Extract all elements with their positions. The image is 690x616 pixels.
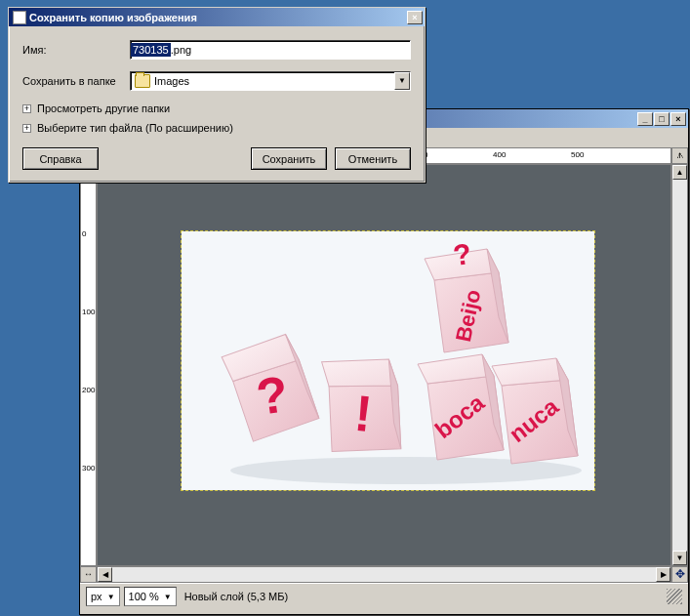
scroll-left-button[interactable]: ◀	[98, 567, 112, 582]
scrollbar-horizontal[interactable]: ◀ ▶	[97, 566, 671, 583]
filename-extension: .png	[171, 43, 191, 57]
qm-icon[interactable]: ⩚	[672, 148, 687, 163]
folder-label: Сохранить в папке	[22, 75, 130, 87]
canvas-image[interactable]: ? ! ? Beijo	[182, 231, 594, 490]
scroll-h-track[interactable]	[112, 567, 656, 582]
filename-selection: 730135	[131, 43, 171, 57]
help-button[interactable]: Справка	[22, 147, 99, 170]
folder-value: Images	[154, 75, 394, 87]
canvas-viewport[interactable]: ? ! ? Beijo	[97, 164, 671, 566]
filetype-expander[interactable]: + Выберите тип файла (По расширению)	[22, 122, 411, 134]
ruler-v-tick: 0	[82, 229, 86, 238]
dropdown-arrow-icon: ▼	[161, 593, 172, 601]
close-button[interactable]: ×	[670, 112, 686, 126]
scroll-v-track[interactable]	[672, 180, 687, 551]
expand-icon: +	[22, 104, 31, 113]
resize-grip[interactable]	[667, 589, 682, 604]
dialog-title: Сохранить копию изображения	[29, 12, 197, 23]
ruler-h-tick: 400	[493, 150, 506, 159]
ruler-v-tick: 100	[82, 308, 95, 316]
name-label: Имя:	[22, 44, 130, 56]
folder-combo[interactable]: Images ▼	[130, 71, 411, 91]
dropdown-arrow-icon[interactable]: ▼	[394, 72, 410, 90]
dropdown-arrow-icon: ▼	[104, 593, 115, 601]
dialog-titlebar[interactable]: Сохранить копию изображения ×	[9, 8, 425, 26]
browse-folders-label: Просмотреть другие папки	[37, 103, 170, 114]
dialog-close-button[interactable]: ×	[407, 11, 423, 24]
navigation-icon[interactable]: ✥	[671, 566, 688, 583]
image-editor-window: _ □ × Цвет Инструменты Фильтры Окна Спра…	[79, 108, 689, 615]
zoom-value: 100 %	[129, 591, 159, 602]
canvas-area: 0 100 200 300	[80, 164, 688, 566]
scrollbar-vertical[interactable]: ▲ ▼	[671, 164, 688, 566]
browse-folders-expander[interactable]: + Просмотреть другие папки	[22, 103, 411, 114]
filetype-label: Выберите тип файла (По расширению)	[37, 122, 233, 134]
dice-image: ? ! ? Beijo	[182, 231, 594, 490]
ruler-vertical[interactable]: 0 100 200 300	[80, 164, 97, 566]
ruler-origin-toggle[interactable]: ↔	[80, 566, 97, 583]
scroll-up-button[interactable]: ▲	[672, 165, 687, 180]
status-bar: px▼ 100 %▼ Новый слой (5,3 МБ)	[80, 583, 688, 609]
save-copy-dialog: Сохранить копию изображения × Имя: 73013…	[8, 7, 426, 183]
ruler-h-tick: 500	[571, 150, 584, 159]
filename-input[interactable]: 730135.png	[130, 40, 411, 60]
layer-status: Новый слой (5,3 МБ)	[181, 589, 292, 604]
folder-icon	[135, 74, 150, 88]
maximize-button[interactable]: □	[654, 112, 670, 126]
scroll-right-button[interactable]: ▶	[656, 567, 670, 582]
ruler-v-tick: 200	[82, 386, 95, 394]
zoom-selector[interactable]: 100 %▼	[124, 587, 177, 606]
minimize-button[interactable]: _	[637, 112, 653, 126]
dialog-icon	[13, 11, 26, 24]
ruler-corner-right: ⩚	[671, 147, 688, 164]
scroll-down-button[interactable]: ▼	[672, 551, 687, 565]
unit-selector[interactable]: px▼	[86, 587, 120, 606]
save-button[interactable]: Сохранить	[251, 147, 327, 170]
expand-icon: +	[22, 124, 31, 133]
unit-value: px	[91, 591, 102, 602]
ruler-v-tick: 300	[82, 464, 95, 472]
cancel-button[interactable]: Отменить	[335, 147, 411, 170]
